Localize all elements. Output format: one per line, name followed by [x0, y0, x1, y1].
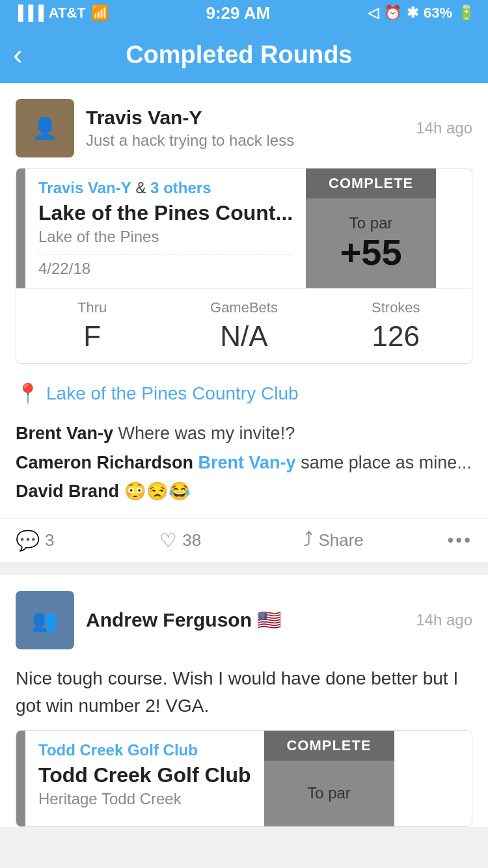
like-count: 38: [182, 530, 201, 550]
status-right: ◁ ⏰ ✱ 63% 🔋: [368, 5, 475, 21]
score-area-1: To par +55: [306, 198, 436, 288]
round-card-1: Travis Van-Y & 3 others Lake of the Pine…: [16, 168, 472, 364]
comment-text-1: Where was my invite!?: [118, 424, 295, 443]
avatar-2: 👥: [16, 591, 74, 649]
round-course-name-2: Todd Creek Golf Club: [38, 763, 251, 787]
page-title: Completed Rounds: [36, 41, 442, 69]
carrier-label: AT&T: [49, 5, 86, 21]
user-bio-1: Just a hack trying to hack less: [86, 131, 416, 150]
comment-author-2: Cameron Richardson: [16, 453, 193, 472]
share-label: Share: [318, 530, 363, 550]
comment-text-2: same place as mine...: [301, 453, 472, 472]
round-sidebar-2: [16, 731, 25, 826]
location-active-icon: ◁: [368, 5, 379, 21]
round-sidebar: [16, 169, 25, 288]
others-count: 3: [150, 179, 159, 197]
location-text-1: Lake of the Pines Country Club: [46, 383, 299, 404]
post-header-1: 👤 Travis Van-Y Just a hack trying to hac…: [0, 83, 488, 168]
round-card-left-2: Todd Creek Golf Club Todd Creek Golf Clu…: [16, 731, 264, 826]
score-par-label-2: To par: [307, 784, 351, 802]
comment-1: Brent Van-y Where was my invite!?: [16, 420, 472, 447]
stat-gamebets-value: N/A: [220, 320, 267, 353]
comment-author-1: Brent Van-y: [16, 424, 113, 443]
username-1: Travis Van-Y: [86, 107, 416, 129]
comment-action[interactable]: 💬 3: [16, 529, 159, 552]
user-info-1: Travis Van-Y Just a hack trying to hack …: [86, 107, 416, 150]
avatar-1: 👤: [16, 99, 74, 157]
status-left: ▐▐▐ AT&T 📶: [13, 5, 109, 21]
stat-thru-value: F: [83, 320, 101, 353]
user-info-2: Andrew Ferguson 🇺🇸: [86, 608, 416, 631]
bluetooth-icon: ✱: [407, 5, 418, 21]
battery-label: 63%: [424, 5, 452, 21]
comment-3: David Brand 😳😒😂: [16, 478, 472, 505]
stat-thru: Thru F: [16, 299, 168, 353]
status-bar: ▐▐▐ AT&T 📶 9:29 AM ◁ ⏰ ✱ 63% 🔋: [0, 0, 488, 26]
alarm-icon: ⏰: [384, 5, 401, 21]
comment-text-3: 😳😒😂: [124, 481, 191, 501]
post-time-2: 14h ago: [416, 611, 472, 629]
signal-icon: ▐▐▐: [13, 5, 44, 21]
post-time-1: 14h ago: [416, 119, 472, 137]
username-2: Andrew Ferguson 🇺🇸: [86, 608, 416, 631]
stat-thru-label: Thru: [77, 299, 107, 316]
share-icon: ⤴: [303, 529, 313, 551]
feed: 👤 Travis Van-Y Just a hack trying to hac…: [0, 83, 488, 827]
avatar-image-1: 👤: [16, 99, 74, 157]
round-status-box-1: COMPLETE To par +55: [306, 169, 436, 288]
score-area-2: To par: [264, 761, 394, 826]
post-card-1: 👤 Travis Van-Y Just a hack trying to hac…: [0, 83, 488, 562]
comment-2: Cameron Richardson Brent Van-y same plac…: [16, 450, 472, 476]
avatar-image-2: 👥: [16, 591, 74, 649]
share-action[interactable]: ⤴ Share: [303, 529, 447, 551]
post-header-2: 👥 Andrew Ferguson 🇺🇸 14h ago: [0, 575, 488, 660]
round-location-2: Heritage Todd Creek: [38, 790, 251, 808]
round-info: Travis Van-Y & 3 others Lake of the Pine…: [25, 169, 306, 288]
round-date-1: 4/22/18: [38, 260, 293, 278]
more-action[interactable]: •••: [448, 530, 472, 550]
status-label-2: COMPLETE: [264, 731, 394, 761]
status-time: 9:29 AM: [206, 3, 271, 23]
post-text-2: Nice tough course. Wish I would have don…: [0, 660, 488, 730]
stat-gamebets-label: GameBets: [210, 299, 278, 316]
stats-row-1: Thru F GameBets N/A Strokes 126: [16, 288, 472, 363]
round-card-top: Travis Van-Y & 3 others Lake of the Pine…: [16, 169, 472, 288]
round-status-box-2: COMPLETE To par: [264, 731, 394, 826]
location-pin-icon: 📍: [16, 382, 40, 405]
wifi-icon: 📶: [91, 5, 109, 21]
more-dots-icon: •••: [448, 530, 472, 550]
comment-mention-2[interactable]: Brent Van-y: [198, 453, 296, 472]
like-action[interactable]: ♡ 38: [159, 529, 303, 552]
comment-count: 3: [45, 530, 54, 550]
nav-bar: ‹ Completed Rounds: [0, 26, 488, 83]
stat-strokes: Strokes 126: [320, 299, 472, 353]
comments-section-1: Brent Van-y Where was my invite!? Camero…: [0, 415, 488, 518]
comment-author-3: David Brand: [16, 481, 119, 501]
stat-gamebets: GameBets N/A: [168, 299, 319, 353]
round-info-2: Todd Creek Golf Club Todd Creek Golf Clu…: [25, 731, 264, 826]
stat-strokes-label: Strokes: [372, 299, 420, 316]
round-card-top-2: Todd Creek Golf Club Todd Creek Golf Clu…: [16, 731, 472, 826]
status-label-1: COMPLETE: [306, 169, 436, 198]
stat-strokes-value: 126: [372, 320, 420, 353]
round-location-1: Lake of the Pines: [38, 228, 293, 246]
round-divider: [38, 254, 293, 254]
round-card-left: Travis Van-Y & 3 others Lake of the Pine…: [16, 169, 306, 288]
location-row-1[interactable]: 📍 Lake of the Pines Country Club: [0, 374, 488, 415]
round-course-name-1: Lake of the Pines Count...: [38, 201, 293, 225]
action-bar-1: 💬 3 ♡ 38 ⤴ Share •••: [0, 518, 488, 562]
score-par-label-1: To par: [349, 214, 393, 232]
round-card-2: Todd Creek Golf Club Todd Creek Golf Clu…: [16, 730, 472, 827]
comment-icon: 💬: [16, 529, 40, 552]
round-players-2: Todd Creek Golf Club: [38, 741, 251, 759]
score-value-1: +55: [340, 232, 402, 273]
round-players: Travis Van-Y & 3 others: [38, 179, 293, 197]
back-button[interactable]: ‹: [13, 40, 23, 69]
post-card-2: 👥 Andrew Ferguson 🇺🇸 14h ago Nice tough …: [0, 575, 488, 827]
battery-icon: 🔋: [457, 5, 475, 21]
heart-icon: ♡: [159, 529, 177, 552]
